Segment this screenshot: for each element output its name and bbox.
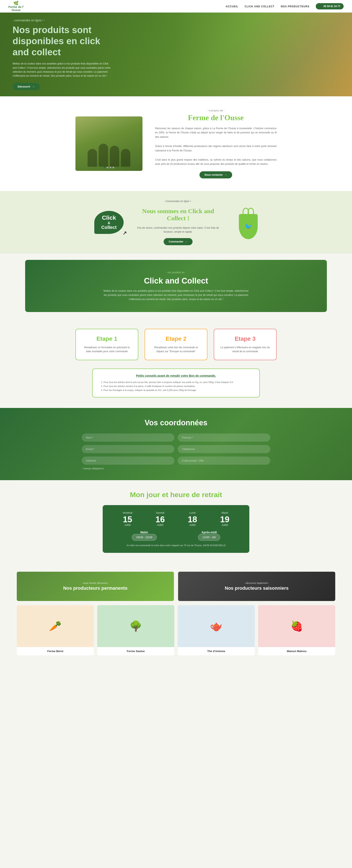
producer-name-2: Thé d'Antoine	[178, 647, 255, 655]
hero-content: - commandez en ligne ! - Nos produits so…	[0, 12, 126, 96]
site-logo[interactable]: 🌿 Ferme de l' Ousse	[8, 1, 24, 12]
about-image-inner	[76, 117, 143, 171]
permanent-banner: - toute l'année découvrez - Nos producte…	[17, 572, 174, 601]
image-dots	[104, 167, 114, 168]
tips-box: Petits conseils avant de remplir votre B…	[92, 369, 260, 398]
tip-3: Pour les fromages à la coupe, indiquer l…	[104, 388, 253, 392]
nav-phone[interactable]: 📞 05 59 81 34 77	[316, 3, 344, 9]
pickup-title: Mon jour et heure de retrait	[17, 491, 335, 499]
field-nom[interactable]	[82, 433, 174, 442]
click-collect-logo: Click & Collect ↗	[94, 211, 124, 234]
click-collect-main: - vos produits en - Click and Collect Me…	[25, 260, 327, 312]
about-desc-2: Grâce à l'envie d'Arielle, différents pr…	[155, 144, 276, 153]
logo-text-2: Ousse	[11, 8, 21, 12]
step-1-desc: Remplissez un formulaire en précisant la…	[82, 345, 131, 353]
dot-4[interactable]	[113, 167, 114, 168]
producer-name-0: Ferme Bérot	[17, 647, 94, 655]
about-image	[76, 117, 143, 171]
contact-button[interactable]: Nous contacter →	[200, 171, 232, 178]
cc-main-title: Click and Collect	[42, 276, 310, 285]
permanent-title: Nos producteurs permanents	[63, 586, 127, 591]
nav-producteurs[interactable]: NOS PRODUCTEURS	[281, 5, 310, 8]
tote-bag: 🐦	[239, 214, 258, 239]
cursor-icon: ↗	[123, 230, 127, 236]
about-desc-1: Retrouvez les saveurs de chaque saison, …	[155, 126, 276, 139]
dot-1[interactable]	[104, 167, 106, 168]
about-section: - A propos de - Ferme de l'Ousse Retrouv…	[0, 96, 352, 191]
banner-tote-bag: 🐦	[233, 206, 258, 239]
about-desc-3: C'est dans le plus grand respect des tra…	[155, 158, 276, 166]
about-small-title: - A propos de -	[155, 109, 276, 112]
required-note: * champs obligatoires	[82, 467, 270, 470]
seasonal-banner: - découvrez également - Nos producteurs …	[178, 572, 335, 601]
pickup-address: Je retire ma commande le entre dans notr…	[111, 544, 241, 547]
logo-text-1: Ferme de l'	[8, 5, 24, 8]
cc-banner-title: Nous sommes en Click and Collect !	[136, 208, 220, 222]
hero-title: Nos produits sont disponibles en click a…	[12, 25, 113, 58]
steps-grid: Etape 1 Remplissez un formulaire en préc…	[17, 329, 335, 360]
pickup-section: Mon jour et heure de retrait Vendredi 15…	[0, 480, 352, 563]
dot-3[interactable]	[110, 167, 111, 168]
person-4	[121, 149, 130, 167]
step-1-title: Etape 1	[82, 336, 131, 342]
field-codepostal[interactable]	[178, 457, 270, 465]
seasonal-sub-label: - découvrez également -	[244, 582, 269, 584]
producer-img-3: 🍓	[258, 605, 335, 647]
nav-accueil[interactable]: ACCUEIL	[226, 5, 238, 8]
cc-bubble: Click & Collect ↗	[94, 211, 124, 234]
hero-bg	[164, 12, 352, 96]
producer-card-1[interactable]: 🌳 Ferme Saulue	[97, 605, 174, 655]
bird-icon: 🐦	[244, 223, 252, 230]
tips-title: Petits conseils avant de remplir votre B…	[99, 374, 253, 377]
producer-img-2: 🫖	[178, 605, 255, 647]
arrow-icon: →	[32, 85, 35, 88]
hero-discover-button[interactable]: Découvrir →	[12, 83, 40, 90]
producer-name-3: Maison Malnou	[258, 647, 335, 655]
step-2-title: Etape 2	[151, 336, 201, 342]
date-4: Mardi 19 Juillet	[220, 512, 230, 526]
step-2-desc: Remplissez votre bon de commande et cliq…	[151, 345, 201, 353]
step-3-desc: Le paiement s'effectuera en magasin lors…	[221, 345, 270, 353]
coords-grid	[82, 433, 270, 465]
afternoon-slot-btn[interactable]: 11h30 - 19h	[198, 534, 220, 541]
step-card-1: Etape 1 Remplissez un formulaire en préc…	[76, 329, 138, 360]
field-prenom[interactable]	[178, 433, 270, 442]
date-3: Lundi 18 Juillet	[188, 512, 197, 526]
field-adresse[interactable]	[82, 457, 174, 465]
field-email[interactable]	[82, 445, 174, 453]
afternoon-label: Après-midi	[198, 531, 220, 534]
click-collect-banner: Click & Collect ↗ - Commandez en ligne !…	[0, 191, 352, 254]
cc-banner-desc: Pas de stress, commandez nos produits de…	[136, 226, 220, 234]
nav-links: ACCUEIL CLICK AND COLLECT NOS PRODUCTEUR…	[226, 3, 344, 9]
producer-img-1: 🌳	[97, 605, 174, 647]
nav-click-collect[interactable]: CLICK AND COLLECT	[244, 5, 274, 8]
date-1: Vendredi 15 Juillet	[123, 512, 133, 526]
tips-list: Pour tous les articles dont le prix est …	[99, 380, 253, 392]
producer-card-2[interactable]: 🫖 Thé d'Antoine	[178, 605, 255, 655]
cc-main-desc: Mettez de la couleur dans vos assiettes …	[102, 289, 250, 302]
step-3-title: Etape 3	[221, 336, 270, 342]
producers-section: - toute l'année découvrez - Nos producte…	[0, 563, 352, 663]
step-card-2: Etape 2 Remplissez votre bon de commande…	[145, 329, 207, 360]
tip-2: Pour tous les articles vendus à la pièce…	[104, 384, 253, 388]
morning-slot-btn[interactable]: 10h30 - 12h30	[132, 534, 157, 541]
navbar: 🌿 Ferme de l' Ousse ACCUEIL CLICK AND CO…	[0, 0, 352, 12]
coords-title: Vos coordonnées	[17, 418, 335, 427]
phone-icon: 📞	[319, 5, 322, 8]
producers-grid: 🥕 Ferme Bérot 🌳 Ferme Saulue 🫖 Thé d'Ant…	[17, 605, 335, 655]
about-title: Ferme de l'Ousse	[155, 113, 276, 122]
handle-right	[248, 208, 254, 216]
person-3	[110, 146, 119, 167]
afternoon-section: Après-midi 11h30 - 19h	[198, 531, 220, 541]
producer-card-3[interactable]: 🍓 Maison Malnou	[258, 605, 335, 655]
producer-card-0[interactable]: 🥕 Ferme Bérot	[17, 605, 94, 655]
person-1	[88, 149, 97, 167]
tip-1: Pour tous les articles dont le prix est …	[104, 380, 253, 384]
commander-button[interactable]: Commander →	[164, 238, 193, 245]
dot-2[interactable]	[107, 167, 108, 168]
cc-banner-subtitle: - Commandez en ligne ! -	[136, 199, 220, 203]
date-2: Samedi 16 Juillet	[155, 512, 165, 526]
person-2	[99, 144, 108, 167]
field-telephone[interactable]	[178, 445, 270, 453]
coords-section: Vos coordonnées * champs obligatoires	[0, 408, 352, 480]
